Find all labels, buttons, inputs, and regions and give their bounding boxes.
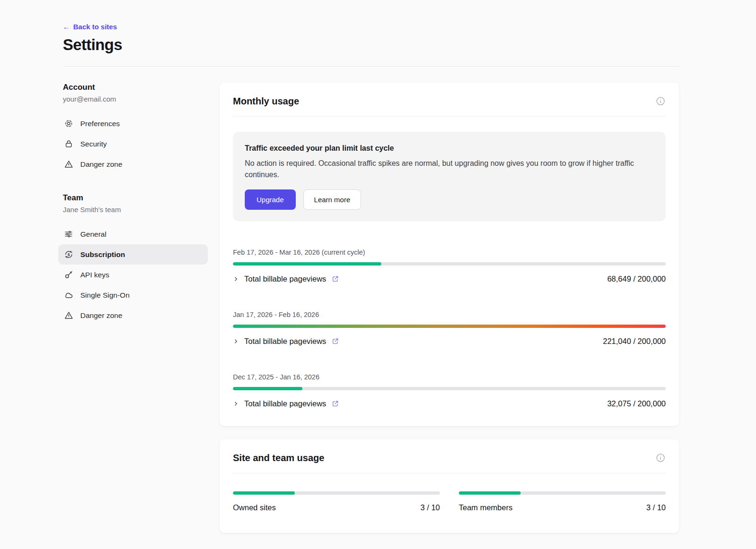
account-nav: Preferences Security Danger zone bbox=[58, 113, 208, 174]
meter-value: 3 / 10 bbox=[646, 503, 666, 512]
account-heading: Account bbox=[63, 83, 208, 92]
account-email: your@email.com bbox=[63, 95, 208, 103]
meter-label: Team members bbox=[459, 503, 513, 512]
external-link-icon[interactable] bbox=[331, 400, 339, 408]
chevron-right-icon bbox=[233, 338, 239, 344]
learn-more-button[interactable]: Learn more bbox=[303, 189, 361, 210]
meter-fill bbox=[233, 491, 295, 495]
site-team-usage-card: Site and team usage Owned sites 3 / 10 bbox=[220, 439, 679, 533]
sidebar-item-api-keys[interactable]: API keys bbox=[58, 265, 208, 285]
sidebar-item-label: Subscription bbox=[80, 250, 125, 259]
traffic-warning-banner: Traffic exceeded your plan limit last cy… bbox=[233, 132, 666, 221]
back-arrow-icon: ← bbox=[63, 23, 70, 31]
usage-cycle-current: Feb 17, 2026 - Mar 16, 2026 (current cyc… bbox=[233, 249, 666, 283]
team-heading: Team bbox=[63, 193, 208, 203]
settings-main: Monthly usage Traffic exceeded your plan… bbox=[220, 83, 679, 533]
page-title: Settings bbox=[63, 36, 679, 54]
site-team-usage-title: Site and team usage bbox=[233, 453, 324, 463]
meter-track bbox=[233, 491, 440, 495]
cycle-value: 32,075 / 200,000 bbox=[607, 399, 666, 408]
meter-label: Owned sites bbox=[233, 503, 276, 512]
settings-sidebar: Account your@email.com Preferences Secur… bbox=[63, 83, 208, 533]
cycle-metric-label: Total billable pageviews bbox=[244, 337, 326, 346]
sidebar-item-account-danger-zone[interactable]: Danger zone bbox=[58, 154, 208, 174]
card-divider bbox=[233, 473, 666, 473]
banner-body: No action is required. Occasional traffi… bbox=[245, 158, 654, 180]
lock-icon bbox=[64, 139, 74, 149]
team-nav: General Subscription API keys Single Sig… bbox=[58, 224, 208, 326]
cycle-expand-row[interactable]: Total billable pageviews bbox=[233, 337, 339, 346]
sidebar-item-label: Preferences bbox=[80, 120, 120, 128]
external-link-icon[interactable] bbox=[331, 275, 339, 283]
sidebar-item-general[interactable]: General bbox=[58, 224, 208, 244]
meter-track bbox=[459, 491, 666, 495]
sliders-icon bbox=[64, 229, 74, 239]
cycle-expand-row[interactable]: Total billable pageviews bbox=[233, 399, 339, 408]
banner-title: Traffic exceeded your plan limit last cy… bbox=[245, 144, 654, 153]
sidebar-item-preferences[interactable]: Preferences bbox=[58, 113, 208, 134]
sidebar-item-label: Danger zone bbox=[80, 311, 122, 320]
sidebar-item-security[interactable]: Security bbox=[58, 134, 208, 154]
usage-cycle-previous: Jan 17, 2026 - Feb 16, 2026 Total billab… bbox=[233, 311, 666, 346]
cycle-period: Jan 17, 2026 - Feb 16, 2026 bbox=[233, 311, 666, 318]
warning-triangle-icon bbox=[64, 310, 74, 320]
card-divider bbox=[233, 116, 666, 117]
usage-progress-fill bbox=[233, 325, 666, 328]
owned-sites-meter: Owned sites 3 / 10 bbox=[233, 491, 440, 512]
cycle-metric-label: Total billable pageviews bbox=[244, 399, 326, 408]
cycle-period: Feb 17, 2026 - Mar 16, 2026 (current cyc… bbox=[233, 249, 666, 256]
gear-icon bbox=[64, 119, 74, 129]
chevron-right-icon bbox=[233, 401, 239, 407]
sidebar-item-label: Security bbox=[80, 140, 107, 148]
warning-triangle-icon bbox=[64, 159, 74, 169]
sidebar-item-label: API keys bbox=[80, 271, 109, 279]
team-name: Jane Smith's team bbox=[63, 206, 208, 214]
key-icon bbox=[64, 270, 74, 280]
dollar-refresh-icon bbox=[64, 249, 74, 259]
usage-progress-track bbox=[233, 262, 666, 266]
sidebar-item-subscription[interactable]: Subscription bbox=[58, 244, 208, 265]
info-icon[interactable] bbox=[655, 96, 666, 106]
usage-progress-track bbox=[233, 325, 666, 328]
cycle-expand-row[interactable]: Total billable pageviews bbox=[233, 274, 339, 283]
back-to-sites-link[interactable]: ← Back to sites bbox=[63, 23, 117, 31]
cycle-value: 68,649 / 200,000 bbox=[607, 274, 666, 283]
meter-value: 3 / 10 bbox=[421, 503, 440, 512]
usage-cycle-older: Dec 17, 2025 - Jan 16, 2026 Total billab… bbox=[233, 373, 666, 408]
monthly-usage-title: Monthly usage bbox=[233, 96, 299, 107]
sidebar-item-single-sign-on[interactable]: Single Sign-On bbox=[58, 285, 208, 305]
header-divider bbox=[63, 66, 679, 67]
settings-page: ← Back to sites Settings Account your@em… bbox=[0, 0, 756, 549]
sidebar-item-label: Single Sign-On bbox=[80, 291, 129, 300]
sidebar-item-label: Danger zone bbox=[80, 160, 122, 169]
team-members-meter: Team members 3 / 10 bbox=[459, 491, 666, 512]
info-icon[interactable] bbox=[655, 453, 666, 463]
upgrade-button[interactable]: Upgrade bbox=[245, 189, 296, 210]
monthly-usage-card: Monthly usage Traffic exceeded your plan… bbox=[220, 83, 679, 426]
external-link-icon[interactable] bbox=[331, 337, 339, 345]
chevron-right-icon bbox=[233, 276, 239, 282]
usage-progress-fill bbox=[233, 387, 302, 390]
cycle-value: 221,040 / 200,000 bbox=[603, 337, 666, 346]
account-section: Account your@email.com Preferences Secur… bbox=[63, 83, 208, 174]
back-link-label: Back to sites bbox=[73, 23, 117, 31]
usage-progress-fill bbox=[233, 262, 381, 266]
cycle-period: Dec 17, 2025 - Jan 16, 2026 bbox=[233, 373, 666, 381]
sidebar-item-team-danger-zone[interactable]: Danger zone bbox=[58, 305, 208, 326]
team-section: Team Jane Smith's team General Subscript… bbox=[63, 193, 208, 326]
cycle-metric-label: Total billable pageviews bbox=[244, 274, 326, 283]
usage-progress-track bbox=[233, 387, 666, 390]
cloud-icon bbox=[64, 290, 74, 300]
meter-fill bbox=[459, 491, 521, 495]
sidebar-item-label: General bbox=[80, 230, 106, 239]
